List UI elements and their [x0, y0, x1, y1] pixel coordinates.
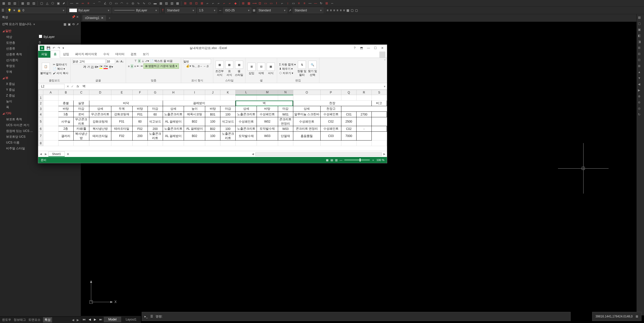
tool-icon[interactable]: ◀ — [638, 82, 643, 87]
cell[interactable] — [356, 95, 371, 101]
cell[interactable] — [293, 141, 321, 146]
prev-icon[interactable]: ◀ — [87, 318, 92, 321]
align-icon[interactable]: ≡ — [333, 9, 335, 12]
hscrollbar[interactable] — [255, 152, 382, 156]
close-icon[interactable]: ✕ — [76, 15, 79, 19]
cond-format-button[interactable]: ▦조건부 서식 — [215, 61, 224, 77]
spline-icon[interactable]: ∿ — [136, 1, 141, 6]
cell[interactable]: C02 — [321, 117, 341, 126]
col-header-L[interactable]: L — [236, 90, 257, 95]
dim-tool-icon[interactable]: ⌐ — [216, 1, 221, 6]
row-header-3[interactable]: 3 — [38, 106, 43, 112]
cell[interactable] — [321, 95, 341, 101]
align-right-icon[interactable]: ≡ — [134, 65, 136, 68]
row-header-8[interactable]: 8 — [38, 141, 43, 146]
cell[interactable]: C01 — [341, 112, 356, 117]
cell[interactable]: 석고보드 — [148, 117, 163, 126]
cell[interactable]: 석고보드 — [220, 117, 236, 126]
cell[interactable]: F02 — [111, 132, 132, 141]
fill-color-button[interactable]: ◊▾ — [99, 65, 102, 69]
cell[interactable]: 노출콘크리트 — [148, 132, 163, 141]
align-icon[interactable]: ≡ — [343, 9, 345, 12]
cell[interactable] — [220, 95, 236, 101]
hatch-icon[interactable]: ▦ — [158, 1, 163, 6]
row-header-1[interactable]: 1 — [38, 95, 43, 101]
color-combo[interactable]: ByLayer ▾ — [68, 8, 111, 13]
add-sheet-icon[interactable]: ⊕ — [65, 152, 71, 156]
cell[interactable]: 200 — [148, 126, 163, 132]
cell[interactable]: 도막발수제 — [257, 126, 278, 132]
generic-tool-icon[interactable]: ▨ — [12, 1, 17, 6]
tab-view[interactable]: 보기 — [140, 51, 152, 58]
modify-icon[interactable]: — — [313, 1, 318, 6]
tab-layout1[interactable]: Layout1 — [121, 317, 141, 322]
cell[interactable]: 테라조타일 — [111, 126, 132, 132]
name-box[interactable]: L2 — [39, 84, 65, 89]
tool-icon[interactable]: ⊞ — [638, 46, 643, 51]
tool-icon[interactable]: ▼ — [638, 76, 643, 81]
merge-center-button[interactable]: ⊞ 병합하고 가운데 맞춤 ▾ — [143, 63, 179, 69]
tool-icon[interactable]: ⊟ — [638, 52, 643, 57]
wrap-text-button[interactable]: 📄 텍스트 줄 바꿈 — [150, 59, 173, 63]
cell[interactable] — [58, 141, 73, 146]
table-format-button[interactable]: ▦표 서식 — [225, 61, 233, 77]
dim-tool-icon[interactable]: ⊟ — [188, 1, 193, 6]
cell[interactable]: 수성페인트 — [321, 126, 341, 132]
row-header-4[interactable]: 4 — [38, 112, 43, 117]
paste-button[interactable]: 📋붙여넣기 — [40, 63, 51, 75]
angle-icon[interactable]: ∠ — [102, 1, 108, 6]
line-icon[interactable]: → — [91, 1, 96, 6]
col-header-Q[interactable]: Q — [341, 90, 356, 95]
qselect-icon[interactable]: ↗ — [76, 22, 79, 26]
line-icon[interactable]: ≡ — [86, 1, 91, 6]
cell[interactable] — [321, 141, 341, 146]
border-button[interactable]: ⊞▾ — [95, 65, 98, 68]
cell[interactable]: 콘크리트 면정리 — [293, 126, 321, 132]
align-icon[interactable]: ≡ — [330, 9, 332, 12]
dim-icon[interactable]: ↔ — [219, 9, 222, 12]
view-pagelayout-icon[interactable]: ▤ — [330, 158, 333, 162]
cell[interactable] — [184, 141, 205, 146]
modify-icon[interactable]: ≡ — [302, 1, 307, 6]
col-header-M[interactable]: M — [257, 90, 278, 95]
minimize-icon[interactable]: — — [365, 46, 371, 50]
table-icon[interactable]: ⊞ — [253, 9, 255, 12]
dim-tool-icon[interactable]: ⊡ — [194, 1, 199, 6]
help-icon[interactable]: ? — [352, 46, 358, 50]
cell[interactable] — [371, 95, 387, 101]
dim-tool-icon[interactable]: ⌐ — [222, 1, 227, 6]
cell[interactable]: 알루미늄 스크린바 — [293, 112, 321, 117]
tool-icon[interactable]: ▢ — [638, 22, 643, 27]
cell[interactable] — [132, 141, 148, 146]
cell[interactable]: 100 — [205, 117, 220, 126]
cell[interactable]: 노출콘크리트 — [236, 126, 257, 132]
cell[interactable]: F02 — [132, 126, 148, 132]
mleader-icon[interactable]: ↗ — [289, 9, 291, 12]
col-header-A[interactable]: A — [43, 90, 58, 95]
dim-tool-icon[interactable]: ◆ — [233, 1, 238, 6]
ribbon-options-icon[interactable]: ⬒ — [359, 46, 365, 50]
cell[interactable] — [341, 141, 356, 146]
dim-tool-icon[interactable]: ⌐ — [211, 1, 216, 6]
cell[interactable]: 마감 — [278, 106, 293, 112]
col-header-B[interactable]: B — [58, 90, 73, 95]
cell[interactable]: AL 걸레받이 — [163, 132, 184, 141]
row-header-6[interactable]: 6 — [38, 126, 43, 132]
tab-home[interactable]: 홈 — [50, 51, 60, 58]
sort-filter-button[interactable]: ⇅정렬 및 필터 — [297, 61, 306, 77]
chevron-right-icon[interactable]: ▶ — [77, 318, 79, 322]
col-header-E[interactable]: E — [111, 90, 132, 95]
cell[interactable]: 노출콘크리트 — [220, 132, 236, 141]
cell[interactable] — [43, 141, 58, 146]
tool-icon[interactable]: ▶ — [638, 88, 643, 94]
tab-formulas[interactable]: 수식 — [100, 51, 112, 58]
underline-button[interactable]: 가 — [91, 65, 94, 69]
cell[interactable]: 상세 — [89, 106, 111, 112]
cell[interactable]: 수성페인트 — [236, 117, 257, 126]
tool-icon[interactable]: ◧ — [638, 34, 643, 39]
rect-icon[interactable]: ▭ — [114, 1, 119, 6]
cell[interactable]: 콘크리트 면정리 — [278, 117, 293, 126]
next-icon[interactable]: ▶ — [92, 318, 98, 321]
cell[interactable]: 바탕 — [257, 106, 278, 112]
cell[interactable]: 바탕 — [58, 106, 73, 112]
